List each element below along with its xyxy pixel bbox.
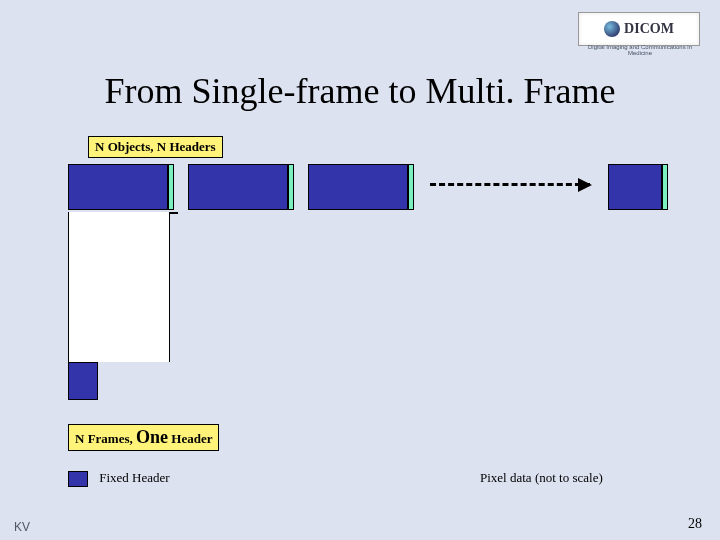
ellipsis-arrow bbox=[430, 183, 590, 186]
object-header bbox=[308, 164, 408, 210]
legend-fixed-header: Fixed Header bbox=[68, 470, 170, 487]
bottom-label: N Frames, One Header bbox=[68, 424, 219, 451]
object-pixeldata bbox=[408, 164, 414, 210]
bottom-label-prefix: N Frames, bbox=[75, 431, 136, 446]
slide: DICOM Digital Imaging and Communications… bbox=[0, 0, 720, 540]
object-pixeldata bbox=[662, 164, 668, 210]
legend-pixel-data: Pixel data (not to scale) bbox=[480, 470, 603, 486]
legend-pixel-data-text: Pixel data (not to scale) bbox=[480, 470, 603, 485]
object-header bbox=[188, 164, 288, 210]
globe-icon bbox=[604, 21, 620, 37]
page-number: 28 bbox=[688, 516, 702, 532]
top-label: N Objects, N Headers bbox=[88, 136, 223, 158]
object-pixeldata bbox=[288, 164, 294, 210]
dicom-logo: DICOM bbox=[578, 12, 700, 46]
object-pixeldata bbox=[168, 164, 174, 210]
slide-title: From Single-frame to Multi. Frame bbox=[0, 70, 720, 112]
author-initials: KV bbox=[14, 520, 30, 534]
object-header bbox=[68, 164, 168, 210]
object-header bbox=[608, 164, 662, 210]
multiframe-body bbox=[68, 212, 170, 362]
logo-text: DICOM bbox=[624, 21, 674, 37]
bottom-label-emph: One bbox=[136, 427, 168, 447]
bottom-label-suffix: Header bbox=[168, 431, 212, 446]
header-swatch-icon bbox=[68, 471, 88, 487]
legend-fixed-header-text: Fixed Header bbox=[99, 470, 169, 485]
multiframe-frame bbox=[68, 362, 98, 400]
logo-tagline: Digital Imaging and Communications in Me… bbox=[580, 44, 700, 56]
